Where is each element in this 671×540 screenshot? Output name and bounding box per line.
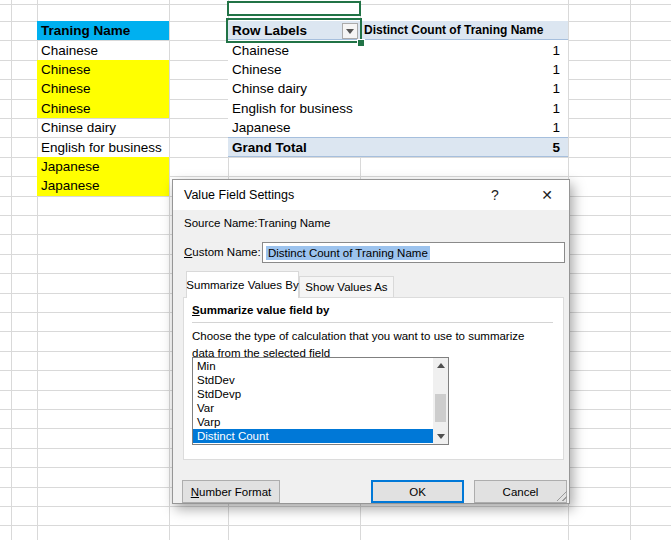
gridline-row [0,506,671,507]
value-field-settings-dialog: Value Field Settings ? ✕ Source Name: Tr… [172,179,570,504]
custom-name-input[interactable]: Distinct Count of Traning Name [262,242,565,263]
scroll-up-button[interactable] [433,358,448,373]
description-line-1: Choose the type of calculation that you … [192,330,524,342]
dialog-title: Value Field Settings [184,188,294,202]
source-cell[interactable]: Chinese [37,79,169,98]
calculation-option[interactable]: Var [193,401,433,415]
pivot-row-label[interactable]: English for business [228,99,360,118]
scroll-down-button[interactable] [433,429,448,444]
pivot-grand-total-label[interactable]: Grand Total [228,137,360,156]
excel-worksheet: Traning NameChaineseChineseChineseChines… [0,0,671,540]
tab-show-values-as[interactable]: Show Values As [299,276,394,298]
source-cell[interactable]: Chinese [37,99,169,118]
pivot-row-value[interactable]: 1 [360,79,568,98]
fill-handle[interactable] [357,39,365,47]
calculation-listbox: MinStdDevStdDevpVarVarpDistinct Count [192,357,449,445]
custom-name-selected-text: Distinct Count of Traning Name [266,246,430,260]
pivot-row-value[interactable]: 1 [360,40,568,59]
pivot-header-value[interactable]: Distinct Count of Traning Name [360,21,568,40]
calculation-option[interactable]: StdDevp [193,387,433,401]
calculation-list: MinStdDevStdDevpVarVarpDistinct Count [193,359,433,444]
group-title: Summarize value field by [192,304,329,316]
pivot-row-label[interactable]: Japanese [228,118,360,137]
pivot-row-value[interactable]: 1 [360,99,568,118]
source-name-value: Traning Name [258,217,330,229]
source-cell[interactable]: Chainese [37,40,169,59]
ok-button[interactable]: OK [371,480,464,503]
calculation-option[interactable]: Varp [193,415,433,429]
gridline-column [169,0,170,540]
row-labels-filter-button[interactable] [342,23,358,39]
pivot-row-label[interactable]: Chinse dairy [228,79,360,98]
number-format-button[interactable]: Number Format [182,480,280,503]
source-cell[interactable]: Chinese [37,60,169,79]
group-divider [192,322,553,323]
scroll-up-icon [437,363,445,368]
listbox-scrollbar[interactable] [433,358,448,444]
source-cell[interactable]: English for business [37,137,169,156]
pivot-row-value[interactable]: 1 [360,60,568,79]
pivot-row-label[interactable]: Chinese [228,60,360,79]
scroll-down-icon [437,434,445,439]
selected-cell-outline-top [227,1,361,16]
source-name-label: Source Name: [184,217,258,229]
close-icon[interactable]: ✕ [525,180,569,210]
calculation-option[interactable]: Min [193,359,433,373]
gridline-column [11,0,12,540]
gridline-row [0,525,671,526]
cancel-button[interactable]: Cancel [474,480,567,503]
pivot-grand-total-value[interactable]: 5 [360,137,568,156]
source-cell[interactable]: Japanese [37,176,169,195]
pivot-row-value[interactable]: 1 [360,118,568,137]
summarize-values-panel: Summarize value field by Choose the type… [183,297,564,460]
source-cell[interactable]: Chinse dairy [37,118,169,137]
filter-dropdown-icon [346,29,354,34]
pivot-row-label[interactable]: Chainese [228,40,360,59]
calculation-option-selected[interactable]: Distinct Count [193,429,433,443]
calculation-option[interactable]: StdDev [193,373,433,387]
tab-summarize-values-by[interactable]: Summarize Values By [186,271,299,298]
source-column-header[interactable]: Traning Name [37,21,169,40]
custom-name-label: Custom Name: [184,246,261,258]
gridline-column [630,0,631,540]
scrollbar-thumb[interactable] [435,394,446,422]
dialog-titlebar[interactable]: Value Field Settings ? ✕ [173,180,569,210]
source-cell[interactable]: Japanese [37,157,169,176]
help-icon[interactable]: ? [473,180,517,210]
